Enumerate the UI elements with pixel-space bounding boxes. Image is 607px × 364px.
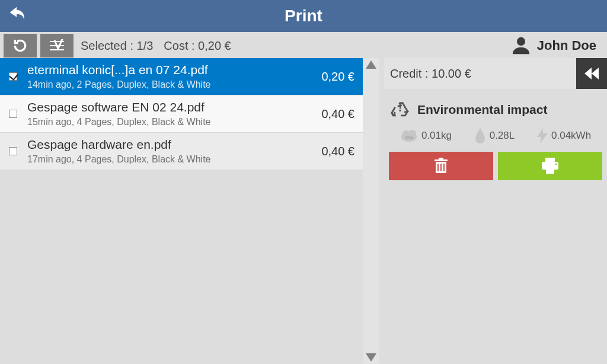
recycle-icon — [390, 100, 410, 120]
header-bar: Print — [0, 0, 607, 32]
svg-marker-5 — [366, 353, 376, 362]
job-row[interactable]: Gespage hardware en.pdf 17min ago, 4 Pag… — [0, 133, 363, 170]
svg-rect-16 — [435, 159, 448, 161]
svg-rect-21 — [545, 158, 555, 162]
job-list: eterminal konic[...]a en 07 24.pdf 14min… — [0, 58, 363, 170]
printer-icon — [541, 158, 560, 174]
scroll-up-icon[interactable] — [366, 60, 376, 69]
svg-marker-7 — [592, 68, 599, 79]
svg-rect-9 — [400, 106, 401, 109]
job-cost: 0,20 € — [298, 70, 354, 84]
job-filename: Gespage software EN 02 24.pdf — [27, 100, 298, 114]
job-checkbox[interactable] — [9, 147, 17, 155]
cost-label: Cost : 0,20 € — [164, 39, 231, 53]
impact-water-value: 0.28L — [490, 130, 515, 142]
user-area: John Doe — [511, 36, 603, 56]
svg-rect-20 — [443, 164, 445, 171]
page-title: Print — [285, 7, 322, 25]
toolbar: Selected : 1/3 Cost : 0,20 € John Doe — [0, 32, 607, 58]
impact-water: 0.28L — [474, 128, 515, 143]
env-impact-title: Environmental impact — [417, 103, 547, 117]
job-meta: 15min ago, 4 Pages, Duplex, Black & Whit… — [27, 117, 298, 127]
impact-energy: 0.04kWh — [537, 128, 591, 143]
svg-text:CO₂: CO₂ — [405, 135, 413, 139]
job-cost: 0,40 € — [298, 107, 354, 121]
svg-marker-6 — [584, 68, 592, 79]
user-icon — [511, 36, 531, 56]
env-impact-header: Environmental impact — [384, 89, 607, 126]
job-cost: 0,40 € — [298, 145, 354, 158]
svg-point-8 — [399, 110, 401, 111]
svg-rect-23 — [546, 168, 554, 174]
svg-rect-17 — [439, 158, 443, 159]
svg-rect-19 — [440, 164, 442, 171]
job-meta: 14min ago, 2 Pages, Duplex, Black & Whit… — [27, 79, 298, 90]
cloud-co2-icon: CO₂ — [400, 129, 418, 142]
credit-row: Credit : 10.00 € — [384, 58, 607, 89]
select-all-button[interactable] — [40, 34, 74, 58]
svg-marker-4 — [366, 60, 376, 69]
selected-count-label: Selected : 1/3 — [81, 39, 153, 53]
job-row[interactable]: Gespage software EN 02 24.pdf 15min ago,… — [0, 95, 363, 133]
impact-co2: CO₂ 0.01kg — [400, 129, 452, 142]
checklist-icon — [49, 39, 65, 52]
credit-label: Credit : 10.00 € — [390, 67, 471, 81]
back-button[interactable] — [4, 4, 30, 30]
svg-rect-18 — [437, 164, 439, 171]
rewind-icon — [584, 68, 599, 79]
water-drop-icon — [474, 128, 486, 143]
delete-button[interactable] — [389, 152, 493, 180]
trash-icon — [433, 158, 449, 174]
job-filename: Gespage hardware en.pdf — [27, 138, 298, 152]
job-filename: eterminal konic[...]a en 07 24.pdf — [27, 63, 298, 77]
svg-marker-14 — [537, 128, 548, 143]
impact-co2-value: 0.01kg — [421, 130, 452, 142]
refresh-icon — [12, 38, 28, 53]
user-name: John Doe — [537, 38, 596, 53]
job-meta: 17min ago, 4 Pages, Duplex, Black & Whit… — [27, 154, 298, 165]
print-button[interactable] — [498, 152, 602, 180]
back-arrow-icon — [7, 7, 27, 27]
job-row[interactable]: eterminal konic[...]a en 07 24.pdf 14min… — [0, 58, 363, 95]
impact-energy-value: 0.04kWh — [551, 130, 591, 142]
refresh-button[interactable] — [4, 34, 37, 58]
job-checkbox[interactable] — [9, 110, 17, 118]
env-impact-values: CO₂ 0.01kg 0.28L 0.04kWh — [384, 126, 607, 152]
lightning-icon — [537, 128, 548, 143]
svg-point-3 — [517, 37, 525, 46]
job-checkbox[interactable] — [9, 72, 17, 81]
scroll-down-icon[interactable] — [366, 353, 376, 362]
list-scrollbar[interactable] — [363, 58, 379, 364]
collapse-panel-button[interactable] — [576, 58, 607, 89]
svg-point-24 — [555, 164, 557, 165]
